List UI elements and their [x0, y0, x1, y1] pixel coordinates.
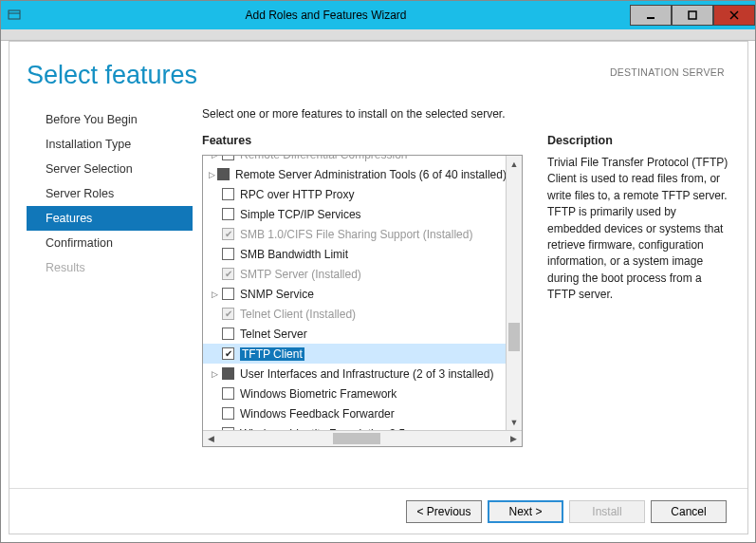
- feature-row[interactable]: Simple TCP/IP Services: [203, 204, 506, 224]
- feature-label: SMTP Server (Installed): [240, 268, 361, 281]
- minimize-button[interactable]: [630, 5, 672, 26]
- page-title: Select features: [27, 61, 197, 90]
- feature-label: RPC over HTTP Proxy: [240, 188, 354, 201]
- feature-label: Simple TCP/IP Services: [240, 208, 361, 221]
- feature-row[interactable]: SMTP Server (Installed): [203, 264, 506, 284]
- feature-checkbox[interactable]: [222, 347, 234, 360]
- feature-checkbox[interactable]: [222, 188, 234, 200]
- vscroll-thumb[interactable]: [508, 323, 520, 351]
- scroll-down-icon[interactable]: ▼: [507, 414, 522, 430]
- feature-checkbox[interactable]: [222, 328, 234, 340]
- feature-row[interactable]: ▷User Interfaces and Infrastructure (2 o…: [203, 364, 506, 384]
- nav-item-confirmation[interactable]: Confirmation: [27, 231, 193, 255]
- feature-checkbox[interactable]: [222, 248, 234, 260]
- tree-expander-icon[interactable]: ▷: [209, 156, 220, 159]
- wizard-footer: < Previous Next > Install Cancel: [9, 488, 747, 534]
- feature-row[interactable]: TFTP Client: [203, 344, 506, 364]
- feature-row[interactable]: Windows Biometric Framework: [203, 384, 506, 403]
- hscroll-thumb[interactable]: [333, 433, 380, 444]
- feature-checkbox[interactable]: [222, 367, 234, 380]
- feature-label: SMB Bandwidth Limit: [240, 248, 348, 261]
- feature-label: Telnet Server: [240, 328, 307, 341]
- feature-label: User Interfaces and Infrastructure (2 of…: [240, 367, 493, 381]
- app-icon: [7, 8, 22, 23]
- description-header: Description: [547, 134, 730, 147]
- feature-label: Remote Server Administration Tools (6 of…: [235, 168, 506, 181]
- feature-row[interactable]: ▷SNMP Service: [203, 284, 506, 304]
- feature-row[interactable]: ▷Remote Differential Compression: [203, 156, 506, 164]
- feature-label: Windows Biometric Framework: [240, 387, 396, 401]
- ribbon-strip: [1, 29, 755, 41]
- feature-checkbox[interactable]: [222, 427, 234, 430]
- nav-item-server-roles[interactable]: Server Roles: [27, 181, 193, 206]
- svg-rect-3: [689, 11, 696, 19]
- nav-item-results: Results: [27, 255, 193, 280]
- prompt-text: Select one or more features to install o…: [202, 107, 730, 121]
- feature-label: Remote Differential Compression: [240, 156, 408, 161]
- feature-label: SNMP Service: [240, 288, 314, 301]
- features-listbox[interactable]: ▷Remote Differential Compression▷Remote …: [202, 155, 523, 447]
- install-button[interactable]: Install: [569, 500, 645, 523]
- feature-checkbox: [222, 268, 234, 280]
- feature-checkbox[interactable]: [217, 168, 230, 180]
- feature-label: Telnet Client (Installed): [240, 308, 356, 321]
- feature-label: Windows Identity Foundation 3.5: [240, 427, 405, 431]
- nav-item-server-selection[interactable]: Server Selection: [27, 157, 193, 181]
- feature-label: Windows Feedback Forwarder: [240, 407, 395, 421]
- feature-label: TFTP Client: [240, 347, 304, 361]
- horizontal-scrollbar[interactable]: ◀ ▶: [203, 430, 522, 446]
- feature-row[interactable]: ▷Remote Server Administration Tools (6 o…: [203, 164, 506, 184]
- vertical-scrollbar[interactable]: ▲ ▼: [506, 156, 522, 430]
- feature-row[interactable]: SMB Bandwidth Limit: [203, 244, 506, 264]
- feature-row[interactable]: Telnet Server: [203, 324, 506, 344]
- feature-checkbox[interactable]: [222, 156, 234, 160]
- feature-row[interactable]: SMB 1.0/CIFS File Sharing Support (Insta…: [203, 224, 506, 244]
- feature-checkbox: [222, 308, 234, 320]
- cancel-button[interactable]: Cancel: [651, 500, 727, 523]
- previous-button[interactable]: < Previous: [406, 500, 482, 523]
- maximize-button[interactable]: [672, 5, 713, 26]
- nav-item-before-you-begin[interactable]: Before You Begin: [27, 107, 193, 132]
- nav-item-features[interactable]: Features: [27, 206, 193, 231]
- window-title: Add Roles and Features Wizard: [22, 9, 630, 22]
- tree-expander-icon[interactable]: ▷: [209, 170, 215, 179]
- feature-row[interactable]: Telnet Client (Installed): [203, 304, 506, 324]
- feature-label: SMB 1.0/CIFS File Sharing Support (Insta…: [240, 228, 472, 241]
- scroll-left-icon[interactable]: ◀: [203, 431, 219, 446]
- feature-row[interactable]: Windows Feedback Forwarder: [203, 403, 506, 423]
- features-header: Features: [202, 134, 523, 147]
- scroll-up-icon[interactable]: ▲: [507, 156, 522, 172]
- client-area: Select features DESTINATION SERVER Befor…: [9, 41, 748, 534]
- scroll-right-icon[interactable]: ▶: [506, 431, 522, 446]
- close-button[interactable]: [713, 5, 755, 26]
- titlebar[interactable]: Add Roles and Features Wizard: [1, 1, 755, 29]
- wizard-nav: Before You BeginInstallation TypeServer …: [27, 100, 193, 468]
- tree-expander-icon[interactable]: ▷: [209, 290, 220, 299]
- window-frame: Add Roles and Features Wizard Select fea…: [0, 0, 756, 543]
- nav-item-installation-type[interactable]: Installation Type: [27, 132, 193, 157]
- feature-row[interactable]: Windows Identity Foundation 3.5: [203, 423, 506, 430]
- feature-checkbox[interactable]: [222, 387, 234, 400]
- feature-checkbox[interactable]: [222, 208, 234, 220]
- description-text: Trivial File Transfer Protocol (TFTP) Cl…: [547, 155, 730, 304]
- feature-checkbox[interactable]: [222, 407, 234, 420]
- destination-server-label: DESTINATION SERVER: [610, 66, 725, 90]
- feature-row[interactable]: RPC over HTTP Proxy: [203, 184, 506, 204]
- feature-checkbox: [222, 228, 234, 240]
- next-button[interactable]: Next >: [488, 500, 563, 523]
- tree-expander-icon[interactable]: ▷: [209, 369, 220, 379]
- svg-rect-0: [9, 10, 20, 19]
- feature-checkbox[interactable]: [222, 288, 234, 300]
